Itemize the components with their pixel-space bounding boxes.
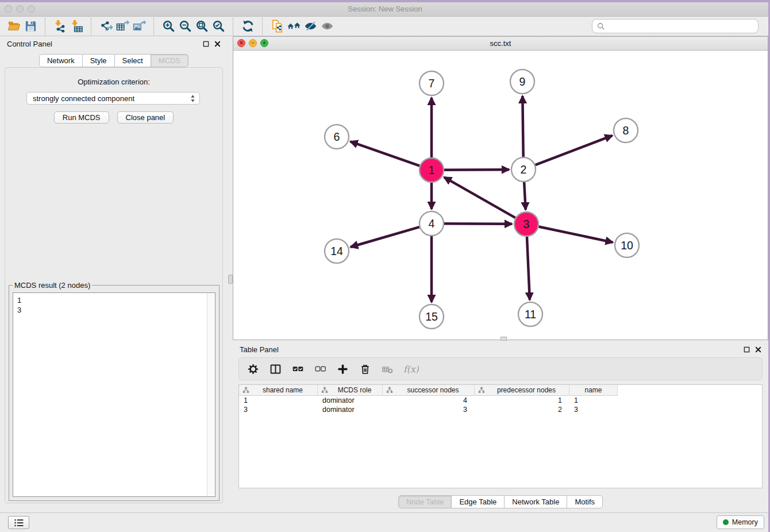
network-maximize-button[interactable]: + (260, 39, 268, 47)
panel-splitter-handle[interactable] (228, 275, 233, 284)
table-row[interactable]: 1dominator411 (239, 396, 762, 405)
export-image-button[interactable] (131, 18, 148, 34)
mcds-result-box[interactable]: 13 (13, 292, 215, 497)
graph-node-14[interactable]: 14 (325, 239, 349, 263)
column-header-successor-nodes[interactable]: successor nodes (383, 385, 475, 396)
control-panel: Control Panel NetworkStyleSelectMCDS Opt… (0, 36, 228, 506)
memory-button[interactable]: Memory (717, 515, 764, 529)
show-columns-button[interactable] (268, 362, 283, 376)
zoom-selected-button[interactable] (210, 18, 227, 34)
criterion-select[interactable]: strongly connected component (26, 92, 200, 105)
zoom-window-button[interactable] (28, 5, 35, 13)
zoom-out-button[interactable] (177, 18, 194, 34)
close-panel-button[interactable]: Close panel (117, 111, 174, 124)
graph-edge-2-8[interactable] (536, 136, 613, 165)
search-input[interactable] (609, 21, 753, 31)
graph-node-label: 4 (429, 217, 435, 230)
graph-edge-2-9[interactable] (522, 96, 523, 157)
select-all-columns-button[interactable] (291, 362, 305, 376)
graph-node-9[interactable]: 9 (510, 70, 534, 94)
network-close-button[interactable]: × (237, 39, 245, 47)
result-scrollbar[interactable] (207, 293, 215, 496)
zoom-fit-button[interactable] (194, 18, 210, 34)
open-session-button[interactable] (6, 18, 22, 34)
column-header-predecessor-nodes[interactable]: predecessor nodes (475, 385, 569, 396)
column-header-mcds-role[interactable]: MCDS role (318, 385, 383, 396)
close-window-button[interactable] (5, 5, 12, 13)
network-minimize-button[interactable]: – (249, 39, 257, 47)
graph-edge-2-3[interactable] (524, 182, 526, 210)
graph-edge-4-14[interactable] (351, 227, 419, 247)
search-field[interactable] (592, 19, 759, 33)
table-cell[interactable]: 1 (569, 396, 618, 405)
float-table-panel-icon[interactable] (744, 346, 750, 353)
save-icon (24, 20, 37, 33)
graph-node-7[interactable]: 7 (419, 71, 444, 95)
graph-edge-4-3[interactable] (444, 223, 512, 224)
graph-node-3[interactable]: 3 (514, 212, 538, 236)
close-table-panel-icon[interactable] (755, 346, 761, 353)
zoom-in-button[interactable] (160, 18, 177, 34)
graph-node-8[interactable]: 8 (614, 118, 638, 142)
tab-motifs[interactable]: Motifs (567, 495, 603, 508)
select-chevrons-icon (190, 94, 195, 103)
graph-edge-3-11[interactable] (527, 237, 530, 300)
toolbar-separator (91, 18, 92, 35)
import-network-button[interactable] (52, 18, 68, 34)
table-cell[interactable]: dominator (318, 396, 383, 405)
table-cell[interactable]: 3 (383, 405, 475, 414)
network-resize-handle[interactable] (500, 337, 507, 341)
export-network-button[interactable] (98, 18, 114, 34)
minimize-window-button[interactable] (16, 5, 24, 13)
table-cell[interactable]: 2 (475, 405, 569, 414)
graph-edge-3-1[interactable] (444, 177, 515, 218)
run-mcds-button[interactable]: Run MCDS (54, 111, 109, 124)
table-cell[interactable]: 3 (569, 405, 618, 414)
graph-edge-3-10[interactable] (539, 227, 613, 242)
graph-node-2[interactable]: 2 (511, 157, 536, 182)
tab-network[interactable]: Network (39, 54, 83, 67)
import-table-button[interactable] (68, 18, 85, 34)
task-history-button[interactable] (8, 516, 29, 529)
table-cell[interactable]: dominator (318, 405, 383, 414)
graph-node-15[interactable]: 15 (419, 304, 444, 329)
column-header-shared-name[interactable]: shared name (239, 385, 318, 396)
refresh-network-button[interactable] (240, 18, 256, 34)
graph-node-10[interactable]: 10 (615, 233, 639, 257)
graph-node-11[interactable]: 11 (518, 302, 542, 326)
graph-node-1[interactable]: 1 (419, 158, 444, 182)
close-panel-icon[interactable] (214, 41, 221, 47)
float-panel-icon[interactable] (203, 41, 209, 47)
table-row[interactable]: 3dominator323 (239, 405, 762, 414)
save-session-button[interactable] (22, 18, 39, 34)
table-body: 1dominator4113dominator323 (239, 396, 762, 414)
hide-selected-button[interactable] (302, 18, 319, 34)
table-mode-button[interactable] (246, 362, 260, 376)
import-network-icon (53, 20, 67, 33)
delete-table-button (380, 362, 395, 376)
graph-node-6[interactable]: 6 (325, 125, 349, 149)
export-table-button[interactable] (114, 18, 131, 34)
table-cell[interactable]: 4 (383, 396, 475, 405)
column-header-name[interactable]: name (569, 385, 618, 396)
first-neighbors-button[interactable] (286, 18, 302, 34)
tab-select[interactable]: Select (115, 54, 151, 67)
mcds-result-line: 1 (13, 295, 215, 305)
graph-edge-1-6[interactable] (351, 141, 420, 165)
duplicate-network-button[interactable] (269, 18, 286, 34)
add-icon (337, 363, 349, 375)
deselect-all-columns-button[interactable] (313, 362, 328, 376)
table-cell[interactable]: 3 (239, 405, 318, 414)
graph-edge-1-2[interactable] (444, 169, 509, 170)
network-canvas[interactable]: 7968124314101511 (233, 50, 768, 340)
delete-columns-button[interactable] (358, 362, 372, 376)
tab-edge-table[interactable]: Edge Table (452, 495, 505, 508)
table-cell[interactable]: 1 (239, 396, 318, 405)
table-cell[interactable]: 1 (475, 396, 569, 405)
tab-mcds[interactable]: MCDS (151, 54, 188, 67)
create-column-button[interactable] (336, 362, 350, 376)
graph-node-4[interactable]: 4 (419, 211, 444, 236)
tab-style[interactable]: Style (83, 54, 115, 67)
tab-node-table[interactable]: Node Table (398, 495, 452, 508)
tab-network-table[interactable]: Network Table (505, 495, 567, 508)
